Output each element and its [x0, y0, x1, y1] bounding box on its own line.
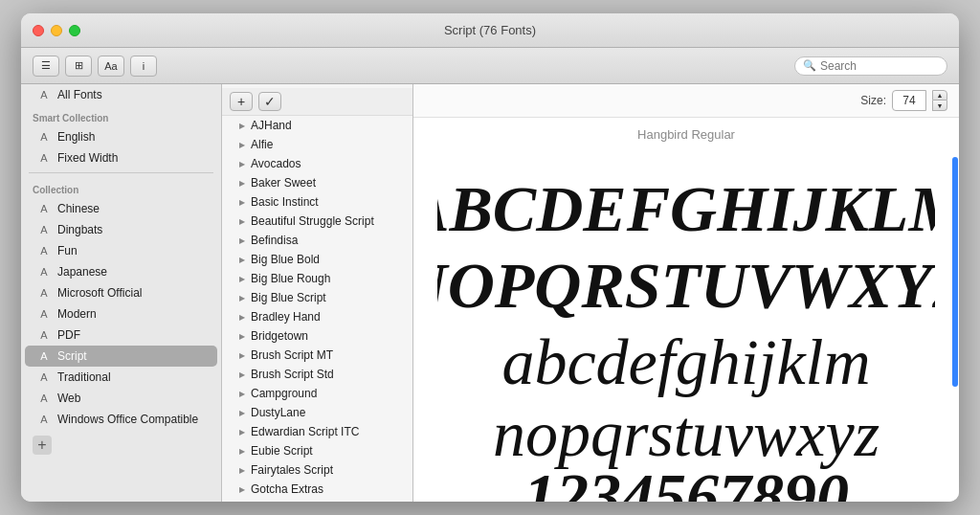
- font-item-big-blue-bold[interactable]: ▶Big Blue Bold: [222, 250, 412, 269]
- english-icon: A: [36, 129, 52, 145]
- sidebar-item-dingbats[interactable]: A Dingbats: [25, 219, 217, 240]
- font-item-alfie[interactable]: ▶Alfie: [222, 135, 412, 154]
- font-item-avocados[interactable]: ▶Avocados: [222, 154, 412, 173]
- chinese-icon: A: [36, 201, 52, 216]
- window-title: Script (76 Fonts): [444, 23, 536, 37]
- toolbar: ☰ ⊞ Aa i 🔍: [21, 48, 959, 84]
- preview-svg: ABCDEFGHIJKLM NOPQRSTUVWXYZ abcdefghijkl…: [437, 149, 935, 502]
- font-size-button[interactable]: Aa: [98, 56, 124, 77]
- font-item-ajhand[interactable]: ▶AJHand: [222, 116, 412, 135]
- fixed-width-icon: A: [36, 150, 52, 166]
- japanese-icon: A: [36, 264, 52, 280]
- sidebar-item-modern[interactable]: A Modern: [25, 303, 217, 325]
- english-label: English: [57, 130, 95, 144]
- sidebar-item-fun[interactable]: A Fun: [25, 240, 217, 261]
- sidebar-item-traditional[interactable]: A Traditional: [25, 367, 217, 388]
- main-window: Script (76 Fonts) ☰ ⊞ Aa i 🔍: [21, 13, 959, 502]
- font-item-gotcha-extras[interactable]: ▶Gotcha Extras: [222, 480, 412, 499]
- sidebar-item-web[interactable]: A Web: [25, 388, 217, 409]
- search-input[interactable]: [820, 59, 939, 73]
- fixed-width-label: Fixed Width: [57, 151, 118, 165]
- font-item-brush-script-mt[interactable]: ▶Brush Script MT: [222, 346, 412, 365]
- search-box[interactable]: 🔍: [794, 56, 947, 76]
- collection-label: Collection: [21, 177, 221, 198]
- size-decrease-button[interactable]: ▼: [932, 101, 947, 111]
- titlebar: Script (76 Fonts): [21, 13, 959, 48]
- toolbar-left: ☰ ⊞ Aa i: [33, 56, 224, 77]
- info-icon: i: [143, 60, 145, 72]
- preview-scrollbar[interactable]: [951, 119, 959, 502]
- preview-toolbar: Size: ▲ ▼: [413, 84, 959, 118]
- font-item-gotcha-regular[interactable]: ▶Gotcha Regular: [222, 499, 412, 502]
- microsoft-official-label: Microsoft Official: [57, 286, 142, 300]
- preview-font-name: Hangbird Regular: [637, 127, 735, 142]
- font-item-bradley-hand[interactable]: ▶Bradley Hand: [222, 307, 412, 326]
- close-button[interactable]: [33, 25, 44, 36]
- fun-label: Fun: [57, 244, 78, 258]
- sidebar-item-all-fonts[interactable]: A All Fonts: [25, 84, 217, 105]
- font-item-brush-script-std[interactable]: ▶Brush Script Std: [222, 365, 412, 384]
- font-item-dustylane[interactable]: ▶DustyLane: [222, 403, 412, 422]
- sidebar: A All Fonts Smart Collection A English A…: [21, 84, 222, 502]
- smart-collection-label: Smart Collection: [21, 105, 221, 126]
- traditional-label: Traditional: [57, 370, 111, 384]
- size-label: Size:: [860, 94, 886, 107]
- maximize-button[interactable]: [69, 25, 80, 36]
- sidebar-divider: [29, 172, 213, 173]
- size-increase-button[interactable]: ▲: [932, 90, 947, 101]
- japanese-label: Japanese: [57, 265, 107, 279]
- info-button[interactable]: i: [130, 56, 157, 77]
- font-item-fairytales[interactable]: ▶Fairytales Script: [222, 460, 412, 480]
- sidebar-item-fixed-width[interactable]: A Fixed Width: [25, 147, 217, 168]
- list-view-button[interactable]: ☰: [33, 56, 59, 77]
- font-item-beautiful-struggle[interactable]: ▶Beautiful Struggle Script: [222, 212, 412, 231]
- minimize-button[interactable]: [51, 25, 62, 36]
- fun-icon: A: [36, 243, 52, 258]
- traffic-lights: [33, 25, 80, 36]
- sidebar-item-windows-office[interactable]: A Windows Office Compatible: [25, 409, 217, 430]
- sidebar-item-japanese[interactable]: A Japanese: [25, 261, 217, 282]
- sidebar-item-pdf[interactable]: A PDF: [25, 325, 217, 346]
- all-fonts-label: All Fonts: [57, 88, 102, 101]
- windows-office-icon: A: [36, 412, 52, 427]
- modern-icon: A: [36, 306, 52, 322]
- sidebar-item-english[interactable]: A English: [25, 126, 217, 147]
- font-item-big-blue-script[interactable]: ▶Big Blue Script: [222, 288, 412, 307]
- font-list-check-button[interactable]: ✓: [258, 92, 281, 111]
- search-icon: 🔍: [803, 59, 816, 72]
- preview-scrollbar-thumb: [952, 157, 958, 387]
- font-list-panel: + ✓ ▶AJHand ▶Alfie ▶Avocados ▶Baker Swee…: [222, 84, 413, 502]
- preview-content: Hangbird Regular ABCDEFGHIJKLM NOPQRSTUV…: [413, 118, 959, 502]
- font-item-eubie[interactable]: ▶Eubie Script: [222, 441, 412, 460]
- svg-text:1234567890: 1234567890: [523, 459, 849, 502]
- main-content: A All Fonts Smart Collection A English A…: [21, 84, 959, 502]
- list-icon: ☰: [41, 59, 51, 72]
- font-item-baker-sweet[interactable]: ▶Baker Sweet: [222, 173, 412, 192]
- grid-icon: ⊞: [75, 59, 83, 72]
- sidebar-item-chinese[interactable]: A Chinese: [25, 198, 217, 219]
- web-label: Web: [57, 392, 80, 405]
- font-list-add-button[interactable]: +: [230, 92, 253, 111]
- font-item-edwardian[interactable]: ▶Edwardian Script ITC: [222, 422, 412, 441]
- font-item-basic-instinct[interactable]: ▶Basic Instinct: [222, 192, 412, 212]
- size-stepper: ▲ ▼: [932, 90, 947, 111]
- sidebar-item-microsoft-official[interactable]: A Microsoft Official: [25, 282, 217, 303]
- modern-label: Modern: [57, 307, 97, 321]
- traditional-icon: A: [36, 369, 52, 385]
- all-fonts-icon: A: [36, 87, 52, 102]
- pdf-icon: A: [36, 327, 52, 343]
- size-input[interactable]: [892, 90, 926, 111]
- svg-text:ABCDEFGHIJKLM: ABCDEFGHIJKLM: [437, 172, 935, 245]
- web-icon: A: [36, 391, 52, 406]
- dingbats-label: Dingbats: [57, 223, 102, 236]
- sidebar-item-script[interactable]: A Script: [25, 346, 217, 367]
- font-item-big-blue-rough[interactable]: ▶Big Blue Rough: [222, 269, 412, 288]
- aa-icon: Aa: [104, 60, 117, 72]
- font-item-campground[interactable]: ▶Campground: [222, 384, 412, 403]
- font-item-bridgetown[interactable]: ▶Bridgetown: [222, 326, 412, 346]
- svg-text:abcdefghijklm: abcdefghijklm: [501, 325, 870, 398]
- dingbats-icon: A: [36, 222, 52, 237]
- add-collection-button[interactable]: +: [33, 436, 52, 455]
- font-item-befindisa[interactable]: ▶Befindisa: [222, 231, 412, 250]
- grid-view-button[interactable]: ⊞: [65, 56, 92, 77]
